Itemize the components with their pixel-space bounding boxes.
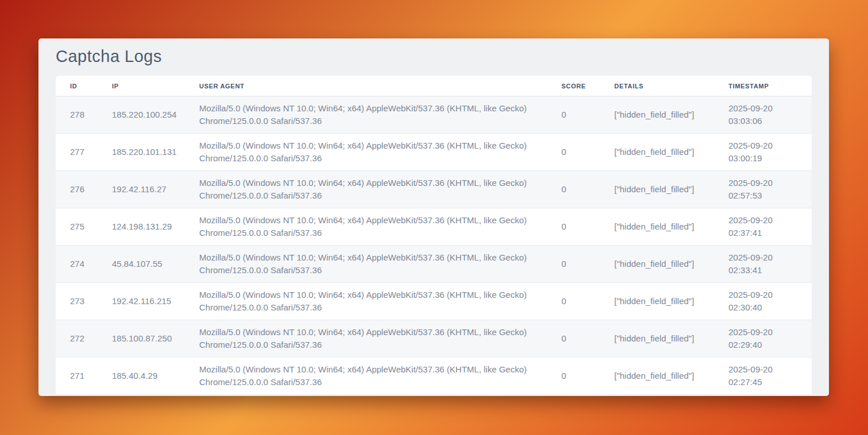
cell-details: ["hidden_field_filled"]	[614, 320, 728, 358]
table-header: ID IP USER AGENT SCORE DETAILS TIMESTAMP	[56, 76, 812, 96]
cell-timestamp: 2025-09-20 02:30:40	[728, 283, 812, 320]
cell-timestamp: 2025-09-20 02:57:53	[728, 171, 812, 208]
cell-id: 274	[56, 246, 112, 283]
cell-id: 275	[56, 208, 112, 246]
cell-score: 0	[561, 208, 614, 246]
column-header-ip: IP	[112, 76, 199, 96]
cell-id: 276	[56, 171, 112, 208]
cell-ip: 192.42.116.215	[112, 283, 199, 320]
cell-ip: 124.198.131.29	[112, 208, 199, 246]
cell-timestamp: 2025-09-20 02:27:45	[728, 358, 812, 395]
cell-user-agent: Mozilla/5.0 (Windows NT 10.0; Win64; x64…	[199, 320, 561, 358]
table-row: 273 192.42.116.215 Mozilla/5.0 (Windows …	[56, 283, 812, 320]
cell-id: 273	[56, 283, 112, 320]
cell-score: 0	[561, 283, 614, 320]
table-row: 275 124.198.131.29 Mozilla/5.0 (Windows …	[56, 208, 812, 246]
cell-score: 0	[561, 134, 614, 171]
cell-id: 278	[56, 96, 112, 134]
cell-details: ["hidden_field_filled"]	[614, 171, 728, 208]
cell-ip: 185.40.4.29	[112, 358, 199, 395]
table-row: 278 185.220.100.254 Mozilla/5.0 (Windows…	[56, 96, 812, 134]
column-header-score: SCORE	[561, 76, 614, 96]
cell-timestamp: 2025-09-20 03:03:06	[728, 96, 812, 134]
cell-user-agent: Mozilla/5.0 (Windows NT 10.0; Win64; x64…	[199, 358, 561, 395]
cell-score: 0	[561, 171, 614, 208]
cell-details: ["hidden_field_filled"]	[614, 96, 728, 134]
column-header-user-agent: USER AGENT	[199, 76, 561, 96]
cell-details: ["hidden_field_filled"]	[614, 134, 728, 171]
cell-details: ["hidden_field_filled"]	[614, 246, 728, 283]
table-row: 274 45.84.107.55 Mozilla/5.0 (Windows NT…	[56, 246, 812, 283]
table-body: 278 185.220.100.254 Mozilla/5.0 (Windows…	[56, 96, 812, 395]
cell-id: 271	[56, 358, 112, 395]
table-row: 277 185.220.101.131 Mozilla/5.0 (Windows…	[56, 134, 812, 171]
cell-details: ["hidden_field_filled"]	[614, 358, 728, 395]
column-header-details: DETAILS	[614, 76, 728, 96]
column-header-id: ID	[56, 76, 112, 96]
cell-details: ["hidden_field_filled"]	[614, 283, 728, 320]
cell-ip: 192.42.116.27	[112, 171, 199, 208]
cell-user-agent: Mozilla/5.0 (Windows NT 10.0; Win64; x64…	[199, 171, 561, 208]
cell-ip: 185.100.87.250	[112, 320, 199, 358]
cell-user-agent: Mozilla/5.0 (Windows NT 10.0; Win64; x64…	[199, 208, 561, 246]
table-row: 271 185.40.4.29 Mozilla/5.0 (Windows NT …	[56, 358, 812, 395]
cell-ip: 45.84.107.55	[112, 246, 199, 283]
cell-timestamp: 2025-09-20 02:29:40	[728, 320, 812, 358]
cell-ip: 185.220.101.131	[112, 134, 199, 171]
cell-details: ["hidden_field_filled"]	[614, 208, 728, 246]
cell-user-agent: Mozilla/5.0 (Windows NT 10.0; Win64; x64…	[199, 283, 561, 320]
cell-user-agent: Mozilla/5.0 (Windows NT 10.0; Win64; x64…	[199, 96, 561, 134]
cell-score: 0	[561, 246, 614, 283]
cell-score: 0	[561, 320, 614, 358]
cell-user-agent: Mozilla/5.0 (Windows NT 10.0; Win64; x64…	[199, 246, 561, 283]
cell-score: 0	[561, 358, 614, 395]
page-title: Captcha Logs	[56, 38, 812, 66]
cell-user-agent: Mozilla/5.0 (Windows NT 10.0; Win64; x64…	[199, 134, 561, 171]
cell-id: 272	[56, 320, 112, 358]
cell-id: 277	[56, 134, 112, 171]
cell-timestamp: 2025-09-20 02:33:41	[728, 246, 812, 283]
cell-timestamp: 2025-09-20 02:37:41	[728, 208, 812, 246]
table-row: 276 192.42.116.27 Mozilla/5.0 (Windows N…	[56, 171, 812, 208]
table-header-row: ID IP USER AGENT SCORE DETAILS TIMESTAMP	[56, 76, 812, 96]
cell-timestamp: 2025-09-20 03:00:19	[728, 134, 812, 171]
table-row: 272 185.100.87.250 Mozilla/5.0 (Windows …	[56, 320, 812, 358]
column-header-timestamp: TIMESTAMP	[728, 76, 812, 96]
captcha-logs-table: ID IP USER AGENT SCORE DETAILS TIMESTAMP…	[56, 76, 812, 395]
cell-ip: 185.220.100.254	[112, 96, 199, 134]
cell-score: 0	[561, 96, 614, 134]
captcha-logs-card: Captcha Logs ID IP USER AGENT SCORE DETA…	[38, 38, 829, 396]
